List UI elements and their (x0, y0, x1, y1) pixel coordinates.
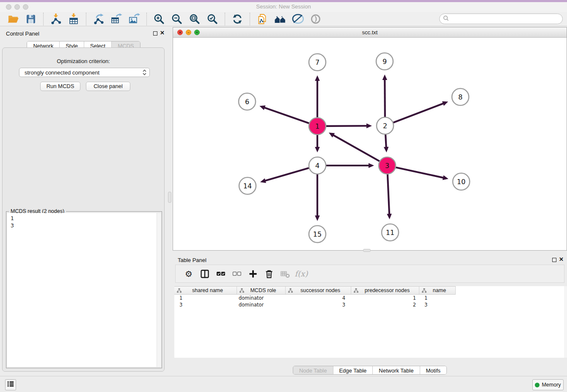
column-header-predecessor-nodes[interactable]: predecessor nodes (351, 286, 419, 295)
table-scrollbar[interactable] (564, 286, 567, 358)
export-image-icon[interactable] (127, 13, 141, 25)
control-panel: Control Panel ✕ NetworkStyleSelectMCDS O… (0, 26, 167, 376)
tab-node-table[interactable]: Node Table (293, 366, 333, 374)
graph-node-11[interactable]: 11 (382, 224, 399, 241)
table-row[interactable]: 3dominator323 (174, 301, 565, 308)
chevron-updown-icon (142, 69, 149, 76)
graph-node-15[interactable]: 15 (309, 226, 326, 243)
horizontal-splitter-grip[interactable] (363, 249, 371, 252)
graph-node-4[interactable]: 4 (309, 157, 326, 174)
toolbar-separator (250, 13, 250, 25)
svg-text:7: 7 (315, 58, 319, 66)
tab-network-table[interactable]: Network Table (372, 366, 419, 374)
node-table: shared nameMCDS rolesuccessor nodesprede… (174, 286, 565, 358)
graph-edge-1-6[interactable] (259, 105, 317, 126)
column-header-MCDS-role[interactable]: MCDS role (237, 286, 286, 295)
zoom-fit-icon[interactable] (188, 13, 201, 25)
log-console-button[interactable] (5, 379, 16, 390)
graph-node-10[interactable]: 10 (453, 173, 470, 190)
list-icon (6, 380, 15, 390)
column-header-shared-name[interactable]: shared name (174, 286, 237, 295)
control-panel-float-icon[interactable] (153, 31, 157, 36)
graph-edge-3-1[interactable] (329, 133, 387, 166)
table-panel-title: Table Panel (178, 257, 206, 263)
show-graphics-icon[interactable] (309, 13, 322, 25)
split-columns-icon[interactable] (198, 268, 211, 279)
search-icon (443, 15, 449, 23)
clone-network-icon[interactable] (256, 13, 269, 25)
table-cell: 1 (351, 295, 419, 301)
memory-label: Memory (542, 382, 561, 388)
table-toolbar: ⚙f(x) (175, 265, 564, 283)
graph-node-2[interactable]: 2 (377, 117, 394, 134)
graph-node-1[interactable]: 1 (309, 118, 326, 135)
network-window-titlebar[interactable]: ✕ − + scc.txt (173, 28, 567, 38)
toolbar-separator (225, 13, 225, 25)
result-scrollbar[interactable] (157, 213, 161, 367)
graph-node-3[interactable]: 3 (379, 157, 396, 174)
graph-edge-3-10[interactable] (387, 166, 449, 180)
table-panel: Table Panel ✕ ⚙f(x) shared nameMCDS role… (173, 253, 567, 376)
graph-edge-2-8[interactable] (385, 101, 448, 126)
svg-text:10: 10 (457, 178, 465, 186)
mcds-panel: Optimization criterion: strongly connect… (2, 47, 165, 372)
svg-text:1: 1 (315, 122, 319, 130)
mcds-result-text[interactable]: 13 (7, 213, 161, 367)
graph-node-9[interactable]: 9 (376, 53, 393, 70)
tab-edge-table[interactable]: Edge Table (333, 366, 372, 374)
table-row[interactable]: 1dominator411 (174, 295, 565, 301)
mcds-result-group: MCDS result (2 nodes) 13 (6, 211, 162, 368)
import-table-icon[interactable] (67, 13, 80, 25)
svg-text:6: 6 (245, 98, 249, 106)
result-line: 1 (11, 215, 161, 222)
column-header-name[interactable]: name (419, 286, 456, 295)
table-cell: 4 (286, 295, 351, 301)
memory-button[interactable]: Memory (532, 379, 564, 390)
import-network-icon[interactable] (49, 13, 63, 25)
open-session-icon[interactable] (6, 13, 20, 25)
first-neighbors-icon[interactable] (273, 13, 287, 25)
close-panel-button[interactable]: Close panel (86, 82, 130, 91)
memory-status-icon (535, 383, 539, 387)
hide-style-icon[interactable] (291, 13, 305, 25)
zoom-selected-icon[interactable] (206, 13, 219, 25)
graph-node-8[interactable]: 8 (452, 88, 469, 105)
zoom-out-icon[interactable] (170, 13, 184, 25)
export-network-icon[interactable] (92, 13, 105, 25)
table-options-icon[interactable]: ⚙ (182, 268, 195, 279)
search-box[interactable] (439, 14, 563, 24)
vertical-splitter-grip[interactable] (168, 192, 171, 203)
svg-text:2: 2 (383, 122, 387, 130)
run-mcds-button[interactable]: Run MCDS (40, 82, 80, 91)
zoom-in-icon[interactable] (152, 13, 166, 25)
toolbar-separator (86, 13, 86, 25)
table-panel-float-icon[interactable] (552, 258, 556, 262)
control-panel-close-icon[interactable]: ✕ (160, 30, 165, 36)
app-title: Session: New Session (0, 3, 567, 10)
tab-motifs[interactable]: Motifs (419, 366, 446, 374)
graph-node-14[interactable]: 14 (239, 177, 256, 194)
network-canvas[interactable]: 7968124314101511 (173, 38, 567, 250)
table-cell: 3 (286, 301, 351, 308)
show-all-columns-icon[interactable] (215, 268, 227, 279)
delete-columns-icon[interactable] (263, 268, 275, 279)
svg-text:4: 4 (315, 162, 319, 170)
graph-node-7[interactable]: 7 (309, 54, 326, 71)
search-input[interactable] (449, 16, 562, 22)
table-cell: 3 (419, 301, 456, 308)
export-table-icon[interactable] (110, 13, 123, 25)
main-toolbar-groups (4, 13, 325, 25)
save-session-icon[interactable] (24, 13, 38, 25)
svg-text:11: 11 (386, 229, 394, 237)
status-bar: Memory (0, 376, 567, 392)
graph-node-6[interactable]: 6 (239, 93, 256, 110)
table-header-row: shared nameMCDS rolesuccessor nodesprede… (174, 286, 565, 295)
create-column-icon[interactable] (247, 268, 259, 279)
column-header-successor-nodes[interactable]: successor nodes (286, 286, 351, 295)
refresh-view-icon[interactable] (231, 13, 244, 25)
hide-columns-icon[interactable] (231, 268, 243, 279)
delete-table-icon (279, 268, 292, 279)
table-panel-close-icon[interactable]: ✕ (559, 256, 564, 262)
network-window-title: scc.txt (173, 29, 567, 36)
criterion-dropdown[interactable]: strongly connected component (19, 68, 150, 77)
